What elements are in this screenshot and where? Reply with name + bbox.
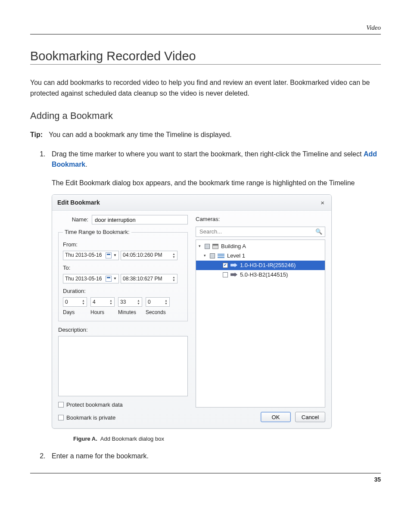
tip-line: Tip: You can add a bookmark any time the… xyxy=(30,131,381,139)
intro-paragraph: You can add bookmarks to recorded video … xyxy=(30,78,381,99)
minutes-unit-label: Minutes xyxy=(118,308,142,317)
level-icon xyxy=(218,254,224,258)
private-checkbox[interactable] xyxy=(58,415,64,420)
cancel-button[interactable]: Cancel xyxy=(295,412,325,422)
step-1-text-a: Drag the time marker to where you want t… xyxy=(52,150,364,158)
name-label: Name: xyxy=(58,215,92,224)
figure-a: Edit Bookmark × Name: Time Range to Book… xyxy=(52,194,381,429)
seconds-spinner[interactable]: 0▲▼ xyxy=(146,297,170,307)
step-1-text-b: . xyxy=(85,161,87,168)
figure-caption: Figure A. Add Bookmark dialog box xyxy=(73,435,381,443)
page-header: Video xyxy=(30,24,381,34)
tree-level-row[interactable]: ▾ Level 1 xyxy=(196,251,325,261)
step-1-followup: The Edit Bookmark dialog box appears, an… xyxy=(52,178,381,188)
days-spinner[interactable]: 0▲▼ xyxy=(63,297,87,307)
tip-text: You can add a bookmark any time the Time… xyxy=(49,131,232,138)
building-icon xyxy=(212,244,218,249)
minutes-spinner[interactable]: 33▲▼ xyxy=(118,297,142,307)
level-label: Level 1 xyxy=(227,252,245,260)
site-label: Building A xyxy=(221,242,246,251)
dialog-titlebar: Edit Bookmark × xyxy=(52,195,331,211)
chevron-down-icon: ▼ xyxy=(113,276,117,281)
from-time-value: 04:05:10:260 PM xyxy=(123,251,162,259)
from-time-spinner[interactable]: 04:05:10:260 PM ▲▼ xyxy=(121,251,177,260)
camera-search[interactable]: 🔍 xyxy=(196,227,325,237)
section-title: Bookmarking Recorded Video xyxy=(30,49,381,65)
tree-camera-row[interactable]: 5.0-H3-B2(144515) xyxy=(196,270,325,280)
hours-unit-label: Hours xyxy=(90,308,115,317)
figure-label: Figure A. xyxy=(73,436,97,442)
level-checkbox[interactable] xyxy=(210,253,215,258)
spinner-buttons[interactable]: ▲▼ xyxy=(82,299,85,305)
to-date-picker[interactable]: Thu 2013-05-16 ▼ xyxy=(63,274,119,283)
header-crumb: Video xyxy=(30,24,381,31)
time-range-group: Time Range to Bookmark: From: Thu 2013-0… xyxy=(58,228,188,321)
days-unit-label: Days xyxy=(63,308,87,317)
spinner-buttons[interactable]: ▲▼ xyxy=(137,299,140,305)
camera-tree[interactable]: ▾ Building A ▾ Level 1 xyxy=(196,240,325,408)
expand-icon[interactable]: ▾ xyxy=(199,243,202,249)
from-date-value: Thu 2013-05-16 xyxy=(65,251,102,259)
name-input[interactable] xyxy=(92,215,188,224)
description-textarea[interactable] xyxy=(58,336,188,396)
search-input[interactable] xyxy=(199,228,315,235)
hours-value: 4 xyxy=(93,298,96,306)
dialog-title: Edit Bookmark xyxy=(57,198,100,208)
camera-checkbox[interactable] xyxy=(223,263,228,268)
days-value: 0 xyxy=(65,298,68,306)
camera-label: 5.0-H3-B2(144515) xyxy=(240,271,288,279)
ok-button[interactable]: OK xyxy=(261,412,291,422)
page-number: 35 xyxy=(374,476,381,483)
cameras-label: Cameras: xyxy=(196,215,325,224)
spinner-buttons[interactable]: ▲▼ xyxy=(172,252,175,258)
camera-checkbox[interactable] xyxy=(223,272,228,277)
to-date-value: Thu 2013-05-16 xyxy=(65,275,102,283)
camera-label: 1.0-H3-D1-IR(255246) xyxy=(240,261,296,270)
tip-label: Tip: xyxy=(30,131,43,138)
from-label: From: xyxy=(63,240,183,249)
camera-icon xyxy=(230,273,237,277)
description-label: Description: xyxy=(58,326,188,334)
chevron-down-icon: ▼ xyxy=(113,253,117,258)
calendar-icon xyxy=(106,276,112,282)
protect-label: Protect bookmark data xyxy=(66,401,123,409)
time-range-legend: Time Range to Bookmark: xyxy=(63,228,131,236)
expand-icon[interactable]: ▾ xyxy=(204,253,207,259)
figure-caption-text: Add Bookmark dialog box xyxy=(100,436,164,442)
duration-label: Duration: xyxy=(63,287,183,296)
spinner-buttons[interactable]: ▲▼ xyxy=(172,276,175,282)
to-label: To: xyxy=(63,264,183,272)
edit-bookmark-dialog: Edit Bookmark × Name: Time Range to Book… xyxy=(52,194,332,429)
minutes-value: 33 xyxy=(120,298,126,306)
tree-camera-row-selected[interactable]: 1.0-H3-D1-IR(255246) xyxy=(196,261,325,270)
site-checkbox[interactable] xyxy=(205,244,210,249)
to-time-spinner[interactable]: 08:38:10:627 PM ▲▼ xyxy=(121,274,177,283)
to-time-value: 08:38:10:627 PM xyxy=(123,275,162,283)
spinner-buttons[interactable]: ▲▼ xyxy=(109,299,112,305)
seconds-unit-label: Seconds xyxy=(146,308,170,317)
step-1: Drag the time marker to where you want t… xyxy=(47,149,381,444)
from-date-picker[interactable]: Thu 2013-05-16 ▼ xyxy=(63,251,119,260)
hours-spinner[interactable]: 4▲▼ xyxy=(90,297,115,307)
tree-site-row[interactable]: ▾ Building A xyxy=(196,242,325,251)
search-icon: 🔍 xyxy=(315,227,322,236)
camera-icon xyxy=(230,263,237,268)
protect-checkbox[interactable] xyxy=(58,402,64,408)
seconds-value: 0 xyxy=(148,298,151,306)
page-footer: 35 xyxy=(30,473,381,483)
calendar-icon xyxy=(106,252,112,258)
subheading-adding-bookmark: Adding a Bookmark xyxy=(30,110,381,121)
step-2: Enter a name for the bookmark. xyxy=(47,451,381,462)
private-label: Bookmark is private xyxy=(66,414,115,422)
close-icon[interactable]: × xyxy=(319,198,326,208)
spinner-buttons[interactable]: ▲▼ xyxy=(165,299,168,305)
